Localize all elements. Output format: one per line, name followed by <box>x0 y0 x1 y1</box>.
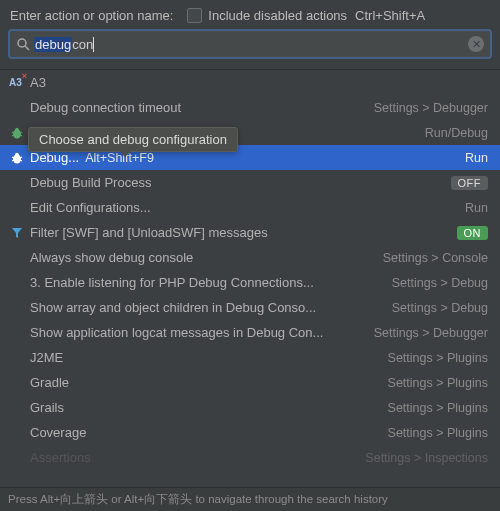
a3-icon: A3× <box>9 77 25 88</box>
toggle-off[interactable]: OFF <box>451 176 489 190</box>
row-meta: Run <box>465 201 488 215</box>
result-row[interactable]: 3. Enable listening for PHP Debug Connec… <box>0 270 500 295</box>
include-disabled-checkbox[interactable]: Include disabled actions Ctrl+Shift+A <box>187 8 425 23</box>
debug-icon <box>10 126 24 140</box>
result-row[interactable]: Always show debug consoleSettings > Cons… <box>0 245 500 270</box>
result-row[interactable]: CoverageSettings > Plugins <box>0 420 500 445</box>
row-label: Debug Build Process <box>30 175 151 190</box>
checkbox-shortcut: Ctrl+Shift+A <box>355 8 425 23</box>
search-input[interactable]: debug con ✕ <box>8 29 492 59</box>
row-meta: Settings > Plugins <box>388 401 488 415</box>
row-label: Coverage <box>30 425 86 440</box>
checkbox-label: Include disabled actions <box>208 8 347 23</box>
row-meta: Settings > Debug <box>392 301 488 315</box>
row-label: Always show debug console <box>30 250 193 265</box>
row-label: Edit Configurations... <box>30 200 151 215</box>
toggle-on[interactable]: ON <box>457 226 489 240</box>
result-row[interactable]: Debug connection timeoutSettings > Debug… <box>0 95 500 120</box>
row-label: Debug connection timeout <box>30 100 181 115</box>
tooltip: Choose and debug configuration <box>28 127 238 152</box>
result-row[interactable]: J2MESettings > Plugins <box>0 345 500 370</box>
result-row[interactable]: Show array and object children in Debug … <box>0 295 500 320</box>
filter-icon <box>10 226 24 240</box>
row-meta: Run <box>465 151 488 165</box>
svg-point-7 <box>15 127 19 131</box>
row-meta: Settings > Inspections <box>365 451 488 465</box>
search-text[interactable]: debug con <box>34 35 468 53</box>
search-selected-text: debug <box>34 37 72 52</box>
row-meta: Settings > Plugins <box>388 376 488 390</box>
result-row[interactable]: GradleSettings > Plugins <box>0 370 500 395</box>
row-label: Assertions <box>30 450 91 465</box>
row-label: J2ME <box>30 350 63 365</box>
footer-hint: Press Alt+向上箭头 or Alt+向下箭头 to navigate t… <box>0 487 500 511</box>
search-trailing-text: con <box>72 37 93 52</box>
debug-icon <box>10 151 24 165</box>
result-row[interactable]: A3×A3 <box>0 70 500 95</box>
row-label: Debug... <box>30 150 79 165</box>
row-meta: Settings > Plugins <box>388 351 488 365</box>
search-row: debug con ✕ <box>0 29 500 69</box>
checkbox-box[interactable] <box>187 8 202 23</box>
svg-point-13 <box>15 152 19 156</box>
svg-line-1 <box>25 46 29 50</box>
row-label: Show application logcat messages in Debu… <box>30 325 323 340</box>
svg-point-0 <box>18 39 26 47</box>
clear-icon[interactable]: ✕ <box>468 36 484 52</box>
result-row[interactable]: GrailsSettings > Plugins <box>0 395 500 420</box>
result-row[interactable]: Edit Configurations...Run <box>0 195 500 220</box>
row-label: Gradle <box>30 375 69 390</box>
prompt-label: Enter action or option name: <box>10 8 173 23</box>
row-meta: Settings > Debugger <box>374 326 488 340</box>
row-label: Grails <box>30 400 64 415</box>
row-meta: Settings > Debug <box>392 276 488 290</box>
row-label: Show array and object children in Debug … <box>30 300 316 315</box>
row-label: A3 <box>30 75 46 90</box>
header: Enter action or option name: Include dis… <box>0 0 500 29</box>
result-row[interactable]: Filter [SWF] and [UnloadSWF] messagesON <box>0 220 500 245</box>
row-meta: Settings > Plugins <box>388 426 488 440</box>
result-row[interactable]: Debug Build ProcessOFF <box>0 170 500 195</box>
row-label: Filter [SWF] and [UnloadSWF] messages <box>30 225 268 240</box>
row-meta: Run/Debug <box>425 126 488 140</box>
search-icon <box>16 37 30 51</box>
result-row[interactable]: AssertionsSettings > Inspections <box>0 445 500 470</box>
row-meta: Settings > Console <box>383 251 488 265</box>
row-label: 3. Enable listening for PHP Debug Connec… <box>30 275 314 290</box>
text-caret <box>93 37 94 52</box>
result-row[interactable]: Show application logcat messages in Debu… <box>0 320 500 345</box>
row-meta: Settings > Debugger <box>374 101 488 115</box>
